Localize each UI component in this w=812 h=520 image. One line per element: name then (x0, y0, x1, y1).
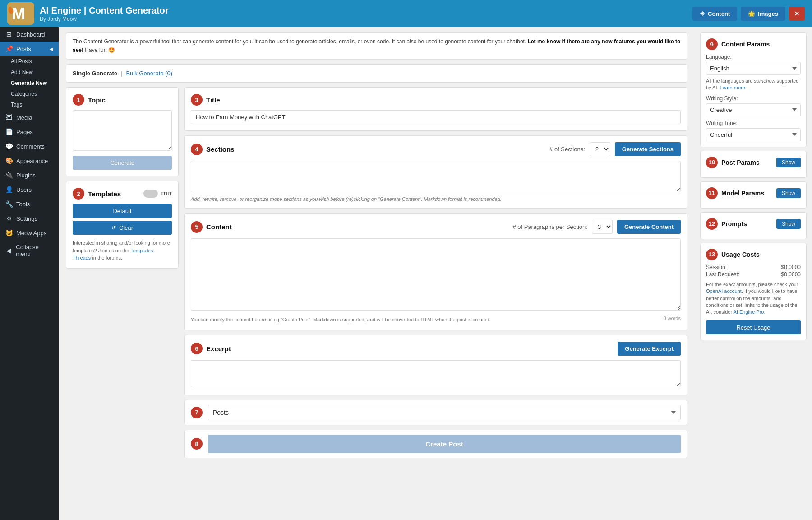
content-title: Content (206, 223, 232, 231)
generate-content-btn[interactable]: Generate Content (617, 220, 681, 234)
posts-arrow-icon: ◀ (50, 46, 53, 51)
sidebar-label-tools: Tools (16, 201, 30, 208)
step-12-badge: 12 (706, 218, 718, 230)
title-section-panel: 3 Title (184, 87, 687, 131)
title-section-header: 3 Title (191, 94, 681, 106)
default-template-btn[interactable]: Default (73, 204, 172, 218)
openai-account-link[interactable]: OpenAI account (706, 288, 742, 294)
templates-title-group: 2 Templates (73, 188, 121, 200)
sun-icon: ☀ (700, 10, 705, 17)
content-tab-btn[interactable]: ☀ Content (692, 7, 737, 21)
language-select[interactable]: English French Spanish German (706, 62, 801, 75)
excerpt-title: Excerpt (206, 345, 231, 353)
sidebar-item-pages[interactable]: 📄 Pages (0, 125, 59, 139)
step-7-badge: 7 (191, 407, 203, 418)
excerpt-textarea[interactable] (191, 360, 681, 387)
content-panel: 5 Content # of Paragraphs per Section: 3… (184, 213, 687, 330)
ai-engine-pro-link[interactable]: AI Engine Pro (734, 309, 764, 315)
sidebar-item-comments[interactable]: 💬 Comments (0, 139, 59, 153)
header-actions: ☀ Content 🌟 Images ✕ (692, 7, 805, 21)
usage-costs-title-group: 13 Usage Costs (706, 249, 760, 260)
writing-tone-label: Writing Tone: (706, 120, 801, 126)
writing-style-label: Writing Style: (706, 95, 801, 102)
close-btn[interactable]: ✕ (789, 7, 805, 21)
template-note: Interested in sharing and/or looking for… (73, 239, 172, 262)
sidebar-label-collapse: Collapse menu (16, 244, 53, 257)
usage-costs-card: 13 Usage Costs Session: $0.0000 Last Req… (700, 243, 807, 340)
step-9-badge: 9 (706, 38, 718, 50)
learn-more-link[interactable]: Learn more. (720, 85, 747, 90)
reset-usage-btn[interactable]: Reset Usage (706, 320, 801, 334)
sections-count-label: # of Sections: (549, 146, 585, 153)
sidebar-item-media[interactable]: 🖼 Media (0, 110, 59, 125)
app-title: AI Engine | Content Generator (40, 5, 169, 16)
generate-button[interactable]: Generate (73, 156, 172, 170)
sidebar-item-plugins[interactable]: 🔌 Plugins (0, 168, 59, 182)
usage-costs-title: Usage Costs (721, 251, 760, 258)
step-3-badge: 3 (191, 94, 203, 106)
prompts-card: 12 Prompts Show (700, 212, 807, 239)
right-panel: 9 Content Params Language: English Frenc… (695, 27, 812, 520)
sidebar-item-meow-apps[interactable]: 🐱 Meow Apps (0, 226, 59, 240)
sidebar-item-tags[interactable]: Tags (0, 99, 59, 110)
sections-label-group: 4 Sections (191, 144, 235, 155)
post-params-show-btn[interactable]: Show (776, 158, 801, 167)
sidebar-item-tools[interactable]: 🔧 Tools (0, 197, 59, 211)
generate-excerpt-btn[interactable]: Generate Excerpt (618, 342, 681, 356)
paragraphs-select[interactable]: 3 1 2 4 5 (592, 220, 613, 234)
images-tab-btn[interactable]: 🌟 Images (741, 7, 785, 21)
sidebar-item-collapse[interactable]: ◀ Collapse menu (0, 240, 59, 261)
writing-tone-select[interactable]: Cheerful Formal Humorous Serious (706, 128, 801, 141)
word-count: 0 words (663, 316, 681, 321)
sidebar-item-users[interactable]: 👤 Users (0, 182, 59, 197)
create-post-btn[interactable]: Create Post (208, 435, 681, 453)
sidebar-item-settings[interactable]: ⚙ Settings (0, 211, 59, 226)
tab-single[interactable]: Single Generate (73, 68, 117, 79)
generate-sections-btn[interactable]: Generate Sections (615, 142, 681, 156)
svg-text:M: M (12, 5, 25, 23)
templates-panel: 2 Templates EDIT Default ↺ Clear (66, 181, 179, 269)
undo-icon: ↺ (111, 224, 116, 231)
sidebar-item-categories[interactable]: Categories (0, 88, 59, 99)
sections-count-select[interactable]: 2 1 3 4 5 (590, 142, 610, 156)
logo-area: M AI Engine | Content Generator By Jordy… (7, 2, 169, 25)
prompts-show-btn[interactable]: Show (776, 219, 801, 229)
model-params-show-btn[interactable]: Show (776, 188, 801, 198)
usage-costs-header: 13 Usage Costs (706, 249, 801, 260)
last-request-label: Last Request: (706, 271, 739, 278)
excerpt-header-row: 6 Excerpt Generate Excerpt (191, 342, 681, 356)
topic-textarea[interactable] (73, 110, 172, 151)
sidebar-label-meow-apps: Meow Apps (16, 230, 46, 237)
sidebar-item-posts[interactable]: 📌 Posts ◀ (0, 42, 59, 56)
top-header: M AI Engine | Content Generator By Jordy… (0, 0, 812, 27)
sidebar-label-comments: Comments (16, 143, 45, 150)
sidebar-item-generate-new[interactable]: Generate New (0, 78, 59, 88)
sidebar-item-all-posts[interactable]: All Posts (0, 56, 59, 67)
clear-btn[interactable]: ↺ Clear (73, 221, 172, 235)
title-input[interactable] (191, 110, 681, 124)
edit-toggle-switch[interactable] (143, 190, 158, 198)
users-icon: 👤 (5, 186, 13, 193)
plugins-icon: 🔌 (5, 172, 13, 179)
dashboard-icon: ⊞ (5, 31, 13, 38)
step-10-badge: 10 (706, 157, 718, 168)
content-header-row: 5 Content # of Paragraphs per Section: 3… (191, 220, 681, 234)
sidebar-item-dashboard[interactable]: ⊞ Dashboard (0, 27, 59, 42)
tab-bulk[interactable]: Bulk Generate (0) (126, 68, 172, 79)
step-5-badge: 5 (191, 221, 203, 233)
sidebar-label-appearance: Appearance (16, 158, 48, 164)
sidebar-item-add-new[interactable]: Add New (0, 67, 59, 78)
app-subtitle: By Jordy Meow (40, 16, 169, 22)
content-textarea[interactable] (191, 238, 681, 311)
main-content: The Content Generator is a powerful tool… (59, 27, 812, 520)
model-params-card: 11 Model Params Show (700, 181, 807, 209)
model-params-title-group: 11 Model Params (706, 187, 764, 199)
sidebar-item-appearance[interactable]: 🎨 Appearance (0, 153, 59, 168)
sections-textarea[interactable] (191, 161, 681, 192)
excerpt-panel: 6 Excerpt Generate Excerpt (184, 335, 687, 395)
writing-style-select[interactable]: Creative Formal Casual Academic (706, 103, 801, 116)
post-type-select[interactable]: Posts Pages (208, 405, 681, 420)
paragraphs-label: # of Paragraphs per Section: (512, 223, 587, 230)
step-13-badge: 13 (706, 249, 718, 260)
step-1-badge: 1 (73, 94, 84, 106)
